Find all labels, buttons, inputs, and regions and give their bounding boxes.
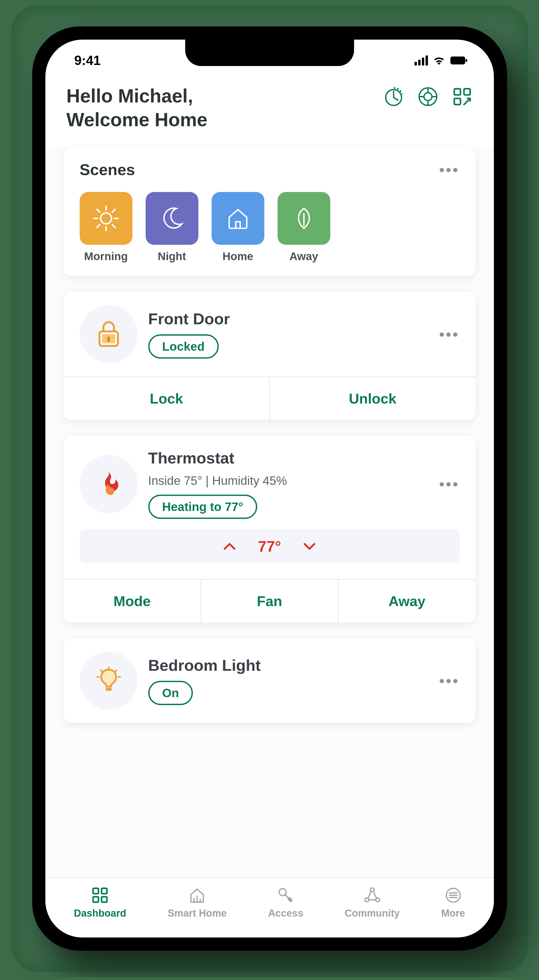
lock-button[interactable]: Lock [64,377,270,420]
svg-rect-5 [454,89,460,95]
nav-label: Access [268,908,303,919]
front-door-title: Front Door [148,310,429,328]
more-icon [444,886,463,904]
temp-setpoint: 77° [258,538,281,555]
dashboard-icon [91,886,109,904]
nav-more[interactable]: More [441,886,465,919]
scene-home[interactable]: Home [212,192,264,263]
timer-icon[interactable] [383,86,404,107]
mode-button[interactable]: Mode [64,580,200,622]
nav-label: Community [344,908,400,919]
scenes-title: Scenes [80,161,135,179]
scene-away[interactable]: Away [277,192,330,263]
scene-label: Night [158,250,186,263]
edit-dashboard-icon[interactable] [452,86,473,107]
svg-rect-1 [466,59,467,62]
svg-rect-0 [450,57,465,64]
scene-morning[interactable]: Morning [80,192,132,263]
scene-label: Morning [84,250,128,263]
flame-icon [80,455,138,513]
front-door-card: Front Door Locked ••• Lock Unlock [64,292,476,420]
nav-access[interactable]: Access [268,886,303,919]
key-icon [276,886,295,904]
fan-button[interactable]: Fan [200,580,338,622]
cellular-signal-icon [414,56,428,65]
svg-rect-17 [101,897,107,902]
bedroom-light-more-icon[interactable]: ••• [439,672,460,689]
svg-rect-13 [106,688,112,691]
scene-night[interactable]: Night [146,192,198,263]
thermostat-more-icon[interactable]: ••• [439,475,460,493]
svg-point-19 [370,888,374,892]
svg-rect-15 [101,888,107,894]
temp-up-button[interactable] [222,539,237,554]
help-icon[interactable] [417,86,439,107]
lightbulb-icon [80,651,138,710]
lock-icon [80,305,138,363]
leaf-icon [277,192,330,245]
scene-label: Away [289,250,318,263]
front-door-more-icon[interactable]: ••• [439,326,460,343]
scenes-card: Scenes ••• Morning [64,147,476,276]
svg-rect-7 [454,99,460,105]
svg-point-20 [365,898,369,902]
scene-label: Home [222,250,253,263]
battery-icon [450,57,468,64]
svg-rect-6 [464,89,470,95]
phone-frame: 9:41 Hello Michael, Welcome Home [32,26,507,951]
temp-down-button[interactable] [302,539,317,554]
thermostat-title: Thermostat [148,449,429,467]
svg-point-21 [376,898,380,902]
smart-home-icon [188,886,206,904]
bottom-nav: Dashboard Smart Home Access [45,877,494,937]
bedroom-light-title: Bedroom Light [148,656,429,675]
nav-smart-home[interactable]: Smart Home [168,886,227,919]
temperature-control: 77° [80,530,460,563]
unlock-button[interactable]: Unlock [269,377,476,420]
nav-dashboard[interactable]: Dashboard [74,886,126,919]
thermostat-subtext: Inside 75° | Humidity 45% [148,474,429,488]
greeting-line-1: Hello Michael, [67,84,208,108]
thermostat-status-pill: Heating to 77° [148,495,257,519]
wifi-icon [433,56,445,65]
front-door-status-pill: Locked [148,334,219,359]
svg-rect-9 [236,222,240,228]
community-icon [363,886,382,904]
home-icon [212,192,264,245]
away-button[interactable]: Away [338,580,476,622]
nav-label: More [441,908,465,919]
bedroom-light-card: Bedroom Light On ••• [64,638,476,723]
scenes-more-icon[interactable]: ••• [439,161,460,178]
svg-point-4 [424,93,432,100]
svg-rect-16 [93,897,98,902]
svg-point-8 [100,213,111,224]
moon-icon [146,192,198,245]
greeting-line-2: Welcome Home [67,108,208,132]
bedroom-light-status-pill: On [148,681,193,705]
nav-community[interactable]: Community [344,886,400,919]
notch [185,40,354,66]
nav-label: Dashboard [74,908,126,919]
status-time: 9:41 [75,53,101,68]
nav-label: Smart Home [168,908,227,919]
thermostat-card: Thermostat Inside 75° | Humidity 45% Hea… [64,436,476,622]
svg-rect-12 [107,337,110,342]
sun-icon [80,192,132,245]
svg-rect-14 [93,888,98,894]
